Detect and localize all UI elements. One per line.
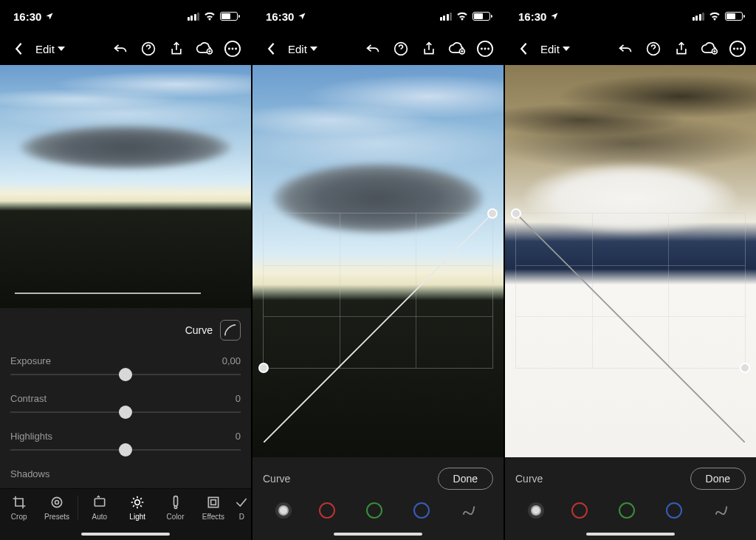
curve-editor[interactable] [263, 213, 493, 369]
more-button[interactable] [726, 38, 749, 60]
curve-editor[interactable] [515, 213, 746, 369]
tab-presets[interactable]: Presets [40, 495, 74, 521]
more-button[interactable] [474, 38, 496, 60]
phone-screen-curve-normal: 16:30 Edit [252, 0, 504, 540]
photo-preview[interactable] [0, 65, 251, 308]
effects-icon [206, 495, 221, 510]
curve-handle-highlight[interactable] [487, 208, 498, 219]
channel-red[interactable] [319, 502, 335, 519]
home-indicator[interactable] [586, 533, 675, 536]
share-button[interactable] [670, 38, 693, 60]
cloud-sync-button[interactable] [698, 38, 721, 60]
tool-tabs: Crop Presets Auto Light Color Effects D [0, 488, 251, 540]
auto-icon [92, 495, 107, 510]
svg-point-26 [740, 48, 742, 50]
channel-luminance[interactable] [278, 505, 289, 516]
tab-light[interactable]: Light [120, 495, 154, 521]
photo-preview[interactable] [505, 65, 756, 457]
edit-menu[interactable]: Edit [35, 43, 65, 55]
svg-line-20 [264, 213, 492, 442]
phone-screen-light-panel: 16:30 Edit [0, 0, 251, 540]
undo-button[interactable] [614, 38, 636, 60]
svg-point-24 [733, 48, 735, 50]
channel-luminance[interactable] [531, 505, 541, 516]
curve-panel: Curve Done [505, 457, 756, 540]
location-icon [298, 12, 306, 21]
cellular-icon [188, 13, 200, 21]
exposure-slider[interactable]: Exposure0,00 [10, 349, 241, 375]
location-icon [45, 12, 54, 21]
help-button[interactable] [390, 38, 412, 60]
top-toolbar: Edit [252, 33, 504, 65]
channel-green[interactable] [366, 502, 382, 519]
svg-point-25 [737, 48, 739, 50]
svg-point-7 [55, 501, 59, 505]
svg-point-18 [484, 48, 487, 50]
curve-handle-shadow[interactable] [258, 363, 269, 373]
curve-handle-highlight[interactable] [740, 363, 750, 373]
done-button[interactable]: Done [690, 468, 746, 490]
help-button[interactable] [137, 38, 159, 60]
status-time: 16:30 [266, 10, 306, 23]
color-icon [170, 495, 182, 510]
status-bar: 16:30 [252, 0, 504, 33]
tab-detail[interactable]: D [234, 495, 249, 521]
home-indicator[interactable] [334, 533, 422, 536]
edit-menu[interactable]: Edit [540, 43, 570, 55]
channel-green[interactable] [619, 502, 635, 519]
photo-preview[interactable] [252, 65, 504, 457]
shadows-slider[interactable]: Shadows [10, 462, 241, 488]
done-button[interactable]: Done [438, 468, 493, 490]
cloud-sync-button[interactable] [193, 38, 216, 60]
back-button[interactable] [260, 38, 282, 60]
channel-blue[interactable] [666, 502, 682, 519]
home-indicator[interactable] [81, 533, 170, 536]
svg-point-3 [228, 48, 230, 50]
channel-selector [515, 499, 746, 519]
svg-rect-12 [208, 497, 218, 507]
channel-red[interactable] [571, 502, 588, 519]
battery-icon [725, 12, 743, 21]
tab-crop[interactable]: Crop [2, 495, 36, 521]
filmstrip-indicator[interactable] [15, 293, 201, 294]
battery-icon [220, 12, 238, 21]
cloud-sync-button[interactable] [446, 38, 468, 60]
svg-point-6 [52, 497, 61, 507]
light-icon [130, 495, 145, 510]
curve-panel: Curve Done [252, 457, 504, 540]
status-time: 16:30 [13, 10, 54, 23]
wifi-icon [204, 12, 216, 21]
crop-icon [12, 495, 27, 510]
svg-point-5 [235, 48, 237, 50]
status-bar: 16:30 [505, 0, 756, 33]
channel-parametric[interactable] [712, 502, 730, 519]
more-button[interactable] [221, 38, 244, 60]
share-button[interactable] [165, 38, 188, 60]
detail-icon [234, 495, 249, 510]
curve-button[interactable] [220, 320, 241, 341]
cellular-icon [693, 13, 705, 21]
back-button[interactable] [512, 38, 535, 60]
svg-line-27 [516, 213, 745, 442]
contrast-slider[interactable]: Contrast0 [10, 387, 241, 413]
highlights-slider[interactable]: Highlights0 [10, 425, 241, 451]
edit-menu[interactable]: Edit [288, 43, 317, 55]
help-button[interactable] [642, 38, 664, 60]
channel-blue[interactable] [413, 502, 430, 519]
presets-icon [49, 495, 64, 510]
undo-button[interactable] [109, 38, 131, 60]
curve-handle-shadow[interactable] [511, 208, 521, 219]
svg-point-11 [174, 506, 176, 508]
svg-point-17 [481, 48, 483, 50]
tab-effects[interactable]: Effects [196, 495, 230, 521]
cellular-icon [440, 13, 453, 21]
location-icon [550, 12, 559, 21]
tab-auto[interactable]: Auto [83, 495, 117, 521]
tab-color[interactable]: Color [159, 495, 193, 521]
battery-icon [472, 12, 490, 21]
undo-button[interactable] [362, 38, 384, 60]
curve-panel-label: Curve [263, 473, 290, 485]
back-button[interactable] [7, 38, 30, 60]
channel-parametric[interactable] [460, 502, 478, 519]
share-button[interactable] [418, 38, 440, 60]
